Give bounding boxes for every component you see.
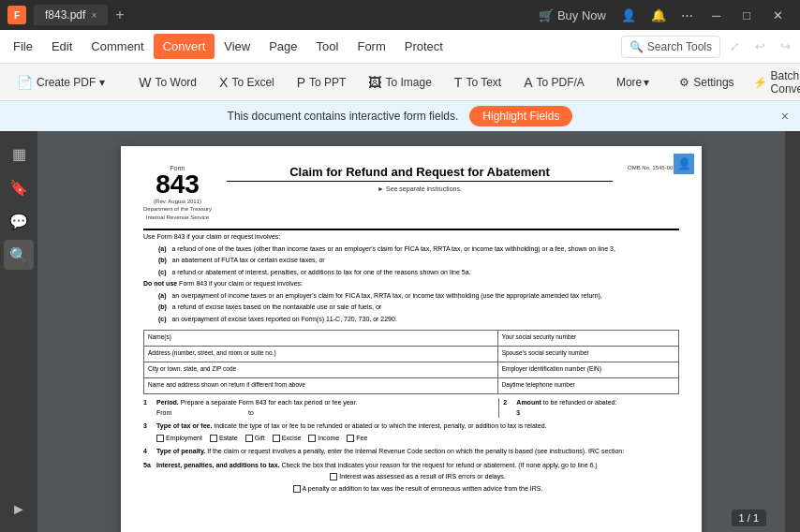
instruction-a: (a) a refund of one of the taxes (other …	[143, 244, 679, 255]
menu-edit[interactable]: Edit	[42, 34, 81, 59]
menu-convert[interactable]: Convert	[154, 34, 215, 59]
pdf-viewer[interactable]: 👤 Form 843 (Rev. August 2011) Department…	[37, 131, 785, 532]
create-pdf-dropdown-icon[interactable]: ▾	[99, 76, 105, 89]
sidebar-bookmark-button[interactable]: 🔖	[4, 172, 34, 202]
checkbox-employment[interactable]: Employment	[156, 434, 202, 444]
field-city-label: City or town, state, and ZIP code	[148, 365, 494, 372]
field-address[interactable]: Address (number, street, and room or sui…	[144, 347, 498, 362]
checkbox-erroneous-advice[interactable]: A penalty or addition to tax was the res…	[293, 484, 543, 495]
section-3-label: Type of tax or fee.	[156, 422, 212, 429]
checkbox-estate[interactable]: Estate	[210, 434, 238, 444]
cb-erroneous-box[interactable]	[293, 485, 301, 493]
cb-estate-box[interactable]	[210, 435, 217, 442]
instruction-use-header: Use Form 843 if your claim or request in…	[143, 232, 679, 243]
notification-message: This document contains interactive form …	[228, 110, 459, 123]
minimize-button[interactable]: ─	[703, 5, 730, 26]
section-5a-label: Interest, penalties, and additions to ta…	[156, 462, 279, 468]
account-button[interactable]: 👤	[615, 5, 642, 26]
field-spouse-ssn[interactable]: Spouse's social security number	[498, 347, 678, 362]
menu-form[interactable]: Form	[348, 34, 394, 59]
sidebar-search-button[interactable]: 🔍	[4, 240, 34, 270]
to-excel-button[interactable]: X To Excel	[210, 70, 284, 95]
cb-excise-label: Excise	[282, 434, 302, 444]
section-5a-row: 5a Interest, penalties, and additions to…	[143, 461, 679, 495]
form-omb: OMB No. 1545-0024	[628, 165, 679, 170]
sidebar-comment-button[interactable]: 💬	[4, 206, 34, 236]
checkbox-income[interactable]: Income	[308, 434, 339, 444]
cb-fee-box[interactable]	[347, 435, 354, 442]
titlebar-actions: 🛒 Buy Now 👤 🔔 ⋯ ─ □ ✕	[533, 5, 793, 26]
to-ppt-button[interactable]: P To PPT	[288, 70, 356, 95]
titlebar: F f843.pdf × + 🛒 Buy Now 👤 🔔 ⋯ ─ □ ✕	[0, 0, 800, 30]
share-button[interactable]: ⤢	[724, 36, 746, 57]
field-daytime-phone[interactable]: Daytime telephone number	[498, 378, 678, 393]
checkbox-excise[interactable]: Excise	[273, 434, 302, 444]
cb-gift-box[interactable]	[245, 435, 253, 442]
create-pdf-button[interactable]: 📄 Create PDF ▾	[7, 70, 114, 95]
cb-irs-errors-box[interactable]	[330, 473, 337, 480]
menu-page[interactable]: Page	[259, 34, 306, 59]
to-image-button[interactable]: 🖼 To Image	[359, 70, 440, 95]
sidebar-thumbnail-button[interactable]: ▦	[4, 139, 34, 169]
field-ssn[interactable]: Your social security number	[498, 331, 678, 346]
to-word-button[interactable]: W To Word	[129, 70, 206, 95]
instruction-donot-header: Do not use Form 843 if your claim or req…	[143, 279, 679, 289]
menu-file[interactable]: File	[4, 34, 42, 59]
field-name[interactable]: Name(s)	[144, 331, 498, 346]
form-header: Form 843 (Rev. August 2011) Department o…	[143, 165, 679, 221]
page-overlay-text: 1 / 1	[739, 512, 759, 524]
redo-button[interactable]: ↪	[775, 36, 796, 57]
to-ppt-label: To PPT	[309, 76, 346, 89]
checkbox-gift[interactable]: Gift	[245, 434, 265, 444]
add-tab-button[interactable]: +	[111, 7, 127, 23]
checkbox-fee[interactable]: Fee	[347, 434, 367, 444]
cb-income-box[interactable]	[308, 435, 316, 442]
form-number-block: Form 843 (Rev. August 2011) Department o…	[143, 165, 212, 221]
section-4-num: 4	[143, 447, 153, 457]
menu-view[interactable]: View	[215, 34, 259, 59]
field-ein[interactable]: Employer identification number (EIN)	[498, 362, 678, 377]
settings-button[interactable]: ⚙ Settings	[672, 71, 741, 94]
field-row-name-return: Name and address shown on return if diff…	[144, 378, 678, 393]
cb-excise-box[interactable]	[273, 435, 280, 442]
highlight-fields-button[interactable]: Highlight Fields	[469, 106, 572, 126]
right-sidebar-handle[interactable]	[785, 131, 800, 532]
notification-button[interactable]: 🔔	[645, 5, 672, 26]
section-2-content: Amount to be refunded or abated:$	[516, 398, 679, 418]
menu-protect[interactable]: Protect	[395, 34, 452, 59]
search-tools-button[interactable]: 🔍 Search Tools	[621, 36, 720, 58]
left-sidebar: ▦ 🔖 💬 🔍 ►	[0, 131, 37, 532]
active-tab[interactable]: f843.pdf ×	[34, 5, 108, 25]
checkbox-irs-errors[interactable]: Interest was assessed as a result of IRS…	[330, 472, 505, 482]
field-name-return[interactable]: Name and address shown on return if diff…	[144, 378, 498, 393]
cb-employment-box[interactable]	[156, 435, 164, 442]
maximize-button[interactable]: □	[733, 5, 760, 26]
search-tools-label: Search Tools	[647, 40, 712, 53]
more-options-button[interactable]: ⋯	[675, 5, 699, 26]
field-daytime-phone-label: Daytime telephone number	[502, 381, 674, 388]
close-tab-button[interactable]: ×	[91, 10, 96, 21]
more-button[interactable]: More ▾	[609, 71, 657, 94]
sidebar-collapse-button[interactable]: ►	[4, 495, 34, 525]
more-label: More	[616, 76, 642, 89]
section-1-content: Period. Prepare a separate Form 843 for …	[156, 398, 495, 418]
form-rev-date: (Rev. August 2011)	[143, 198, 212, 205]
field-address-label: Address (number, street, and room or sui…	[148, 349, 494, 356]
menu-comment[interactable]: Comment	[81, 34, 153, 59]
notification-close-button[interactable]: ×	[781, 109, 789, 124]
form-title-block: Claim for Refund and Request for Abateme…	[227, 165, 613, 192]
menu-tool[interactable]: Tool	[307, 34, 348, 59]
to-text-button[interactable]: T To Text	[445, 70, 511, 95]
section-5a-checkboxes: Interest was assessed as a result of IRS…	[156, 472, 679, 494]
batch-convert-button[interactable]: ⚡ Batch Conve...	[746, 65, 800, 100]
section-1: 1 Period. Prepare a separate Form 843 fo…	[143, 398, 495, 418]
field-city[interactable]: City or town, state, and ZIP code	[144, 362, 498, 377]
page-bookmark-button[interactable]: 👤	[674, 154, 694, 174]
form-separator	[143, 229, 679, 230]
to-pdfa-label: To PDF/A	[537, 76, 585, 89]
buy-now-button[interactable]: 🛒 Buy Now	[533, 5, 612, 26]
section-1-num: 1	[143, 398, 153, 418]
undo-button[interactable]: ↩	[749, 36, 771, 57]
to-pdfa-button[interactable]: A To PDF/A	[514, 70, 594, 95]
close-window-button[interactable]: ✕	[763, 5, 793, 26]
